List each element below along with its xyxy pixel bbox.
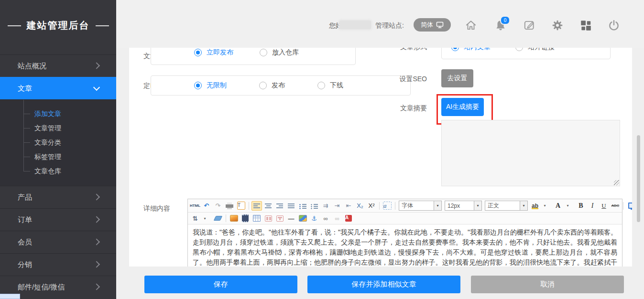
sidebar-subitem-article-manage[interactable]: 文章管理 bbox=[0, 121, 116, 135]
unordered-list-icon[interactable] bbox=[309, 201, 319, 211]
toolbar-separator bbox=[395, 202, 395, 210]
summary-textarea[interactable] bbox=[441, 120, 620, 186]
radio-icon[interactable] bbox=[259, 82, 267, 89]
home-button[interactable] bbox=[464, 18, 478, 32]
apps-button[interactable] bbox=[579, 18, 593, 32]
fullscreen-icon[interactable] bbox=[627, 201, 632, 211]
blockquote-icon[interactable]: ⇉ bbox=[320, 201, 331, 211]
sidebar-item-label: 邮件/短信/微信 bbox=[18, 283, 65, 291]
line-height-icon[interactable]: ⇅ bbox=[190, 214, 200, 223]
align-right-icon[interactable] bbox=[274, 201, 285, 211]
pdf-icon[interactable]: A bbox=[343, 214, 354, 223]
sidebar-item-orders[interactable]: 订单 bbox=[0, 208, 116, 231]
highlight-color-arrow-icon[interactable]: ▾ bbox=[541, 201, 552, 211]
bold-icon[interactable]: B bbox=[576, 201, 586, 211]
radio-option[interactable]: 发布 bbox=[259, 81, 285, 90]
italic-icon[interactable]: I bbox=[587, 201, 598, 211]
radio-option[interactable]: 站内文章 bbox=[451, 48, 491, 52]
radio-icon[interactable] bbox=[515, 48, 523, 51]
outdent-icon[interactable]: ⇤ bbox=[343, 201, 354, 211]
highlight-color-icon[interactable]: ab bbox=[530, 201, 540, 211]
subscript-icon[interactable]: X₂ bbox=[355, 201, 365, 211]
horizontal-rule-icon[interactable]: — bbox=[286, 214, 296, 223]
superscript-icon[interactable]: X² bbox=[366, 201, 377, 211]
dropdown-arrow-icon[interactable]: ▾ bbox=[474, 201, 481, 210]
scrollbar-thumb[interactable] bbox=[637, 135, 640, 222]
language-switch-button[interactable]: 简体 bbox=[414, 18, 451, 32]
image-icon[interactable] bbox=[229, 214, 239, 223]
top-header: 您好 管理站点: 简体 0 bbox=[116, 0, 644, 48]
radio-option[interactable]: 无限制 bbox=[194, 81, 227, 90]
undo-icon[interactable]: ↶ bbox=[201, 201, 212, 211]
select-value: 12px bbox=[445, 203, 474, 209]
editor-content[interactable]: 我说道："爸爸，你走吧。"他往车外看了看，说："我买几个橘子去。你就在此地，不要… bbox=[188, 224, 622, 267]
logout-button[interactable] bbox=[607, 18, 621, 32]
indent-icon[interactable]: ⇥ bbox=[332, 201, 342, 211]
radio-selected-icon[interactable] bbox=[194, 49, 202, 56]
align-justify-icon[interactable] bbox=[286, 201, 296, 211]
multi-image-icon[interactable] bbox=[297, 214, 308, 223]
media-icon[interactable] bbox=[274, 214, 285, 223]
redo-icon[interactable]: ↷ bbox=[213, 201, 223, 211]
scheduled-group: 无限制发布下线 bbox=[151, 75, 411, 96]
radio-option[interactable]: 放入仓库 bbox=[260, 48, 299, 57]
anchor-icon[interactable]: ⚓ bbox=[309, 214, 319, 223]
cancel-button[interactable]: 取消 bbox=[471, 276, 624, 293]
radio-selected-icon[interactable] bbox=[451, 48, 459, 51]
source-code-icon[interactable]: HTML bbox=[190, 201, 200, 211]
ordered-list-icon[interactable] bbox=[297, 201, 308, 211]
sidebar-item-label: 会员 bbox=[18, 238, 32, 246]
editor-toolbar-row1: HTML↶↷T⇉⇥⇤X₂X²a字体▾12px▾正文▾ab▾A▾BIUABC bbox=[188, 199, 622, 213]
manage-site-label: 管理站点: bbox=[375, 21, 404, 30]
settings-button[interactable] bbox=[550, 18, 565, 32]
seo-settings-button[interactable]: 去设置 bbox=[441, 69, 473, 87]
radio-icon[interactable] bbox=[317, 82, 325, 89]
flash-icon[interactable] bbox=[263, 214, 273, 223]
sidebar-item-products[interactable]: 产品 bbox=[0, 186, 116, 208]
link-icon[interactable]: ∞ bbox=[320, 214, 331, 223]
radio-option[interactable]: 站外链接 bbox=[515, 48, 555, 52]
edit-button[interactable] bbox=[522, 18, 536, 32]
sidebar-item-articles[interactable]: 文章 bbox=[0, 77, 116, 99]
sidebar-subitem-article-category[interactable]: 文章分类 bbox=[0, 135, 116, 150]
chevron-right-icon bbox=[93, 238, 100, 245]
radio-selected-icon[interactable] bbox=[194, 82, 202, 89]
strikethrough-icon[interactable]: ABC bbox=[610, 201, 621, 211]
sidebar-subitem-article-warehouse[interactable]: 文章仓库 bbox=[0, 164, 116, 178]
radio-label: 下线 bbox=[330, 81, 343, 90]
font-family-select[interactable]: 字体▾ bbox=[399, 201, 442, 211]
radio-label: 站外链接 bbox=[528, 48, 555, 52]
radio-option[interactable]: 立即发布 bbox=[194, 48, 233, 57]
dropdown-arrow-icon[interactable]: ▾ bbox=[520, 201, 527, 210]
align-left-icon[interactable] bbox=[251, 201, 262, 211]
align-center-icon[interactable] bbox=[263, 201, 273, 211]
radio-option[interactable]: 下线 bbox=[317, 81, 343, 90]
format-select[interactable]: 正文▾ bbox=[485, 201, 528, 211]
font-color-arrow-icon[interactable]: ▾ bbox=[564, 201, 575, 211]
video-icon[interactable] bbox=[240, 214, 251, 223]
line-height-arrow-icon[interactable]: ▾ bbox=[201, 214, 212, 223]
paste-text-icon[interactable]: T bbox=[236, 201, 246, 211]
save-button[interactable]: 保存 bbox=[144, 276, 297, 293]
remove-format-icon[interactable] bbox=[213, 214, 223, 223]
font-color-icon[interactable]: A bbox=[553, 201, 563, 211]
sidebar-subitem-add-article[interactable]: 添加文章 bbox=[0, 107, 116, 121]
sidebar-subitem-tag-manage[interactable]: 标签管理 bbox=[0, 150, 116, 164]
dropdown-arrow-icon[interactable]: ▾ bbox=[434, 201, 441, 210]
print-icon[interactable] bbox=[224, 201, 235, 211]
sidebar-item-site-overview[interactable]: 站点概况 bbox=[0, 54, 116, 77]
save-and-add-similar-button[interactable]: 保存并添加相似文章 bbox=[307, 276, 460, 293]
rich-text-editor: HTML↶↷T⇉⇥⇤X₂X²a字体▾12px▾正文▾ab▾A▾BIUABC ⇅▾… bbox=[187, 199, 622, 267]
sidebar-item-members[interactable]: 会员 bbox=[0, 231, 116, 253]
font-size-select[interactable]: 12px▾ bbox=[445, 201, 482, 211]
table-icon[interactable] bbox=[251, 214, 262, 223]
ai-generate-summary-button[interactable]: AI生成摘要 bbox=[441, 98, 484, 116]
unlink-icon[interactable]: ∞ bbox=[332, 214, 342, 223]
sidebar-item-distribution[interactable]: 分销 bbox=[0, 253, 116, 276]
radio-icon[interactable] bbox=[260, 49, 267, 56]
anchor-text-icon[interactable]: a bbox=[382, 201, 393, 211]
underline-icon[interactable]: U bbox=[599, 201, 609, 211]
notifications-button[interactable]: 0 bbox=[493, 18, 508, 32]
resize-handle-icon[interactable] bbox=[614, 180, 619, 185]
app-title: 建站管理后台 bbox=[27, 19, 90, 32]
